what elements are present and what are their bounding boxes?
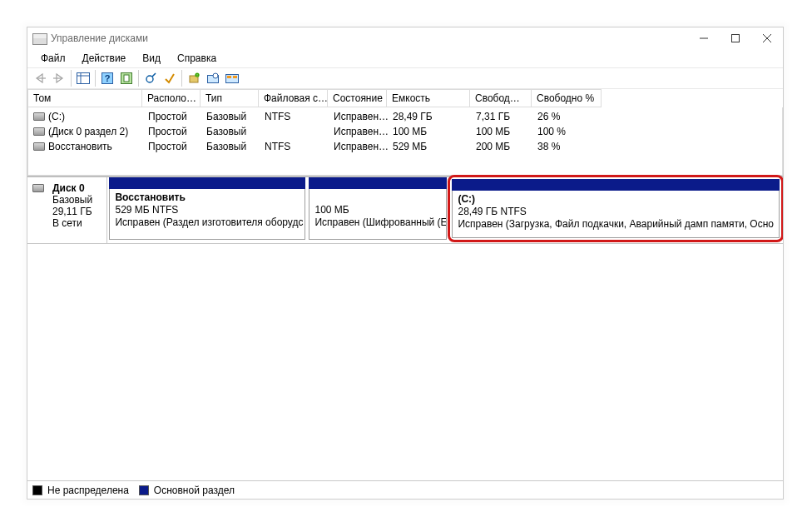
disk-status: В сети bbox=[52, 217, 82, 229]
disk-row: Диск 0 Базовый 29,11 ГБ В сети Восстанов… bbox=[27, 177, 783, 244]
col-layout[interactable]: Располо… bbox=[142, 89, 201, 107]
disk-info-cell[interactable]: Диск 0 Базовый 29,11 ГБ В сети bbox=[27, 177, 107, 243]
volume-state: Исправен… bbox=[329, 141, 388, 152]
disk-size: 29,11 ГБ bbox=[52, 206, 92, 217]
volume-capacity: 28,49 ГБ bbox=[388, 111, 471, 122]
menu-help[interactable]: Справка bbox=[169, 51, 225, 66]
settings-icon[interactable] bbox=[117, 69, 136, 87]
menu-action[interactable]: Действие bbox=[74, 51, 135, 66]
volume-fs: NTFS bbox=[260, 111, 329, 122]
volume-icon bbox=[33, 127, 45, 136]
toolbar: ? ↑ bbox=[27, 67, 783, 89]
panes-icon[interactable] bbox=[74, 69, 92, 87]
disk-graphical-pane: Диск 0 Базовый 29,11 ГБ В сети Восстанов… bbox=[27, 177, 783, 499]
volume-layout: Простой bbox=[143, 111, 201, 122]
svg-rect-21 bbox=[227, 76, 231, 78]
volume-fs: NTFS bbox=[260, 141, 329, 152]
help-icon[interactable]: ? bbox=[98, 69, 116, 87]
volume-free: 7,31 ГБ bbox=[471, 111, 532, 122]
volume-state: Исправен… bbox=[329, 111, 388, 122]
window-title: Управление дисками bbox=[51, 32, 148, 44]
partition-state: Исправен (Загрузка, Файл подкачки, Авари… bbox=[458, 218, 774, 230]
svg-point-19 bbox=[213, 73, 218, 78]
disk-name: Диск 0 bbox=[52, 182, 85, 194]
app-icon bbox=[32, 33, 46, 43]
menubar: Файл Действие Вид Справка bbox=[27, 49, 783, 67]
disk-management-window: Управление дисками Файл Действие Вид Спр… bbox=[27, 27, 784, 500]
svg-rect-22 bbox=[233, 76, 237, 78]
col-free[interactable]: Свобод… bbox=[470, 89, 532, 107]
disk-type: Базовый bbox=[52, 194, 92, 206]
col-type[interactable]: Тип bbox=[201, 89, 259, 107]
volume-row[interactable]: Восстановить Простой Базовый NTFS Исправ… bbox=[28, 139, 782, 154]
volume-free-pct: 26 % bbox=[532, 111, 602, 122]
svg-rect-6 bbox=[77, 73, 90, 84]
volume-list: Том Располо… Тип Файловая с… Состояние Е… bbox=[27, 89, 783, 177]
volume-icon bbox=[33, 112, 45, 121]
check-icon[interactable] bbox=[161, 69, 179, 87]
partition-size: 529 МБ NTFS bbox=[115, 204, 178, 216]
minimize-button[interactable] bbox=[688, 27, 720, 49]
legend-swatch-unallocated bbox=[32, 485, 42, 495]
volume-layout: Простой bbox=[143, 141, 201, 152]
volume-type: Базовый bbox=[201, 141, 260, 152]
volume-header: Том Располо… Тип Файловая с… Состояние Е… bbox=[27, 89, 783, 107]
volume-capacity: 529 МБ bbox=[388, 141, 471, 152]
partition-efi[interactable]: 100 МБ Исправен (Шифрованный (Еl bbox=[309, 177, 447, 240]
volume-name: Восстановить bbox=[48, 141, 112, 152]
svg-rect-12 bbox=[124, 75, 129, 82]
partition-title: Восстановить bbox=[115, 191, 185, 203]
back-button[interactable] bbox=[31, 69, 49, 87]
volume-free: 200 МБ bbox=[471, 141, 532, 152]
partition-size: 28,49 ГБ NTFS bbox=[458, 206, 526, 217]
legend-primary: Основной раздел bbox=[154, 485, 235, 496]
svg-point-13 bbox=[146, 76, 153, 82]
legend: Не распределена Основной раздел bbox=[27, 480, 783, 499]
volume-layout: Простой bbox=[143, 126, 201, 137]
action3-icon[interactable] bbox=[223, 69, 241, 87]
maximize-button[interactable] bbox=[720, 27, 751, 49]
partition-recovery[interactable]: Восстановить 529 МБ NTFS Исправен (Разде… bbox=[109, 177, 305, 240]
menu-file[interactable]: Файл bbox=[32, 51, 74, 66]
col-free-pct[interactable]: Свободно % bbox=[532, 89, 602, 107]
col-state[interactable]: Состояние bbox=[328, 89, 387, 107]
close-button[interactable] bbox=[751, 27, 783, 49]
titlebar[interactable]: Управление дисками bbox=[27, 27, 783, 49]
volume-state: Исправен… bbox=[329, 126, 388, 137]
col-volume[interactable]: Том bbox=[27, 89, 142, 107]
volume-icon bbox=[33, 142, 45, 151]
partition-c-highlighted[interactable]: (C:) 28,49 ГБ NTFS Исправен (Загрузка, Ф… bbox=[448, 175, 784, 242]
volume-name: (Диск 0 раздел 2) bbox=[48, 126, 128, 137]
forward-button[interactable] bbox=[50, 69, 68, 87]
volume-type: Базовый bbox=[201, 126, 260, 137]
volume-row[interactable]: (Диск 0 раздел 2) Простой Базовый Исправ… bbox=[28, 124, 782, 139]
volume-name: (C:) bbox=[48, 111, 65, 122]
volume-free-pct: 38 % bbox=[532, 141, 602, 152]
refresh-icon[interactable] bbox=[141, 69, 160, 87]
partition-state: Исправен (Шифрованный (Еl bbox=[314, 216, 447, 228]
partition-state: Исправен (Раздел изготовителя оборудс bbox=[115, 216, 303, 228]
legend-unallocated: Не распределена bbox=[47, 485, 129, 496]
volume-type: Базовый bbox=[201, 111, 260, 122]
svg-rect-1 bbox=[732, 35, 740, 42]
svg-text:↑: ↑ bbox=[196, 72, 199, 77]
col-fs[interactable]: Файловая с… bbox=[259, 89, 328, 107]
disk-icon bbox=[32, 184, 44, 192]
action2-icon[interactable] bbox=[204, 69, 222, 87]
legend-swatch-primary bbox=[139, 485, 149, 495]
action1-icon[interactable]: ↑ bbox=[185, 69, 203, 87]
svg-text:?: ? bbox=[105, 73, 111, 83]
partition-title: (C:) bbox=[458, 193, 475, 205]
volume-free: 100 МБ bbox=[471, 126, 532, 137]
volume-capacity: 100 МБ bbox=[388, 126, 471, 137]
partition-size: 100 МБ bbox=[314, 204, 349, 216]
col-capacity[interactable]: Емкость bbox=[387, 89, 470, 107]
volume-free-pct: 100 % bbox=[532, 126, 602, 137]
menu-view[interactable]: Вид bbox=[134, 51, 169, 66]
svg-line-14 bbox=[152, 73, 156, 77]
volume-row[interactable]: (C:) Простой Базовый NTFS Исправен… 28,4… bbox=[28, 109, 782, 124]
